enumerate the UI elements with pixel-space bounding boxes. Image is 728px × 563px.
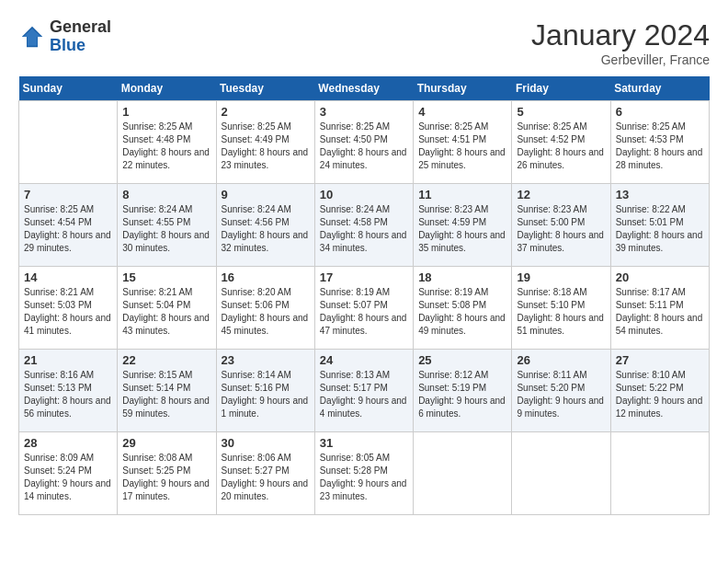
day-info: Sunrise: 8:25 AMSunset: 4:51 PMDaylight:… bbox=[418, 121, 506, 172]
day-info: Sunrise: 8:25 AMSunset: 4:52 PMDaylight:… bbox=[517, 121, 605, 172]
day-info: Sunrise: 8:24 AMSunset: 4:58 PMDaylight:… bbox=[320, 203, 408, 255]
day-number: 11 bbox=[418, 188, 506, 201]
calendar-cell: 11Sunrise: 8:23 AMSunset: 4:59 PMDayligh… bbox=[414, 184, 512, 267]
day-number: 22 bbox=[122, 353, 210, 367]
calendar-cell: 12Sunrise: 8:23 AMSunset: 5:00 PMDayligh… bbox=[512, 184, 610, 267]
page-header: General Blue January 2024 Gerbeviller, F… bbox=[18, 18, 710, 67]
weekday-header-row: SundayMondayTuesdayWednesdayThursdayFrid… bbox=[19, 76, 710, 101]
calendar-cell: 1Sunrise: 8:25 AMSunset: 4:48 PMDaylight… bbox=[118, 101, 216, 184]
calendar-cell: 4Sunrise: 8:25 AMSunset: 4:51 PMDaylight… bbox=[414, 101, 512, 184]
day-info: Sunrise: 8:24 AMSunset: 4:55 PMDaylight:… bbox=[122, 203, 210, 255]
day-info: Sunrise: 8:12 AMSunset: 5:19 PMDaylight:… bbox=[418, 369, 506, 420]
calendar-cell: 21Sunrise: 8:16 AMSunset: 5:13 PMDayligh… bbox=[19, 350, 118, 432]
day-number: 23 bbox=[222, 353, 310, 367]
day-info: Sunrise: 8:19 AMSunset: 5:07 PMDaylight:… bbox=[320, 286, 408, 338]
day-number: 8 bbox=[122, 188, 210, 201]
weekday-header-wednesday: Wednesday bbox=[314, 76, 413, 101]
calendar-week-2: 7Sunrise: 8:25 AMSunset: 4:54 PMDaylight… bbox=[19, 184, 710, 267]
calendar-week-5: 28Sunrise: 8:09 AMSunset: 5:24 PMDayligh… bbox=[19, 432, 710, 515]
logo-blue-text: Blue bbox=[50, 36, 85, 54]
day-number: 17 bbox=[320, 270, 408, 284]
day-number: 6 bbox=[616, 105, 704, 119]
calendar-week-4: 21Sunrise: 8:16 AMSunset: 5:13 PMDayligh… bbox=[19, 350, 710, 432]
day-number: 4 bbox=[418, 105, 506, 119]
day-info: Sunrise: 8:25 AMSunset: 4:49 PMDaylight:… bbox=[222, 121, 310, 172]
day-info: Sunrise: 8:21 AMSunset: 5:03 PMDaylight:… bbox=[24, 286, 112, 338]
logo-general-text: General bbox=[50, 17, 111, 36]
title-block: January 2024 Gerbeviller, France bbox=[531, 18, 710, 67]
calendar-cell: 29Sunrise: 8:08 AMSunset: 5:25 PMDayligh… bbox=[118, 432, 216, 515]
weekday-header-saturday: Saturday bbox=[610, 76, 709, 101]
day-number: 12 bbox=[517, 188, 605, 201]
calendar-cell: 28Sunrise: 8:09 AMSunset: 5:24 PMDayligh… bbox=[19, 432, 118, 515]
calendar-cell: 2Sunrise: 8:25 AMSunset: 4:49 PMDaylight… bbox=[216, 101, 314, 184]
day-info: Sunrise: 8:25 AMSunset: 4:54 PMDaylight:… bbox=[24, 203, 112, 255]
day-info: Sunrise: 8:24 AMSunset: 4:56 PMDaylight:… bbox=[222, 203, 310, 255]
day-info: Sunrise: 8:17 AMSunset: 5:11 PMDaylight:… bbox=[616, 286, 704, 338]
calendar-cell: 8Sunrise: 8:24 AMSunset: 4:55 PMDaylight… bbox=[118, 184, 216, 267]
calendar-cell: 7Sunrise: 8:25 AMSunset: 4:54 PMDaylight… bbox=[19, 184, 118, 267]
day-number: 29 bbox=[122, 436, 210, 450]
day-number: 15 bbox=[122, 270, 210, 284]
day-info: Sunrise: 8:09 AMSunset: 5:24 PMDaylight:… bbox=[24, 452, 112, 503]
calendar-week-1: 1Sunrise: 8:25 AMSunset: 4:48 PMDaylight… bbox=[19, 101, 710, 184]
day-info: Sunrise: 8:25 AMSunset: 4:50 PMDaylight:… bbox=[320, 121, 408, 172]
day-info: Sunrise: 8:16 AMSunset: 5:13 PMDaylight:… bbox=[24, 369, 112, 420]
day-info: Sunrise: 8:05 AMSunset: 5:28 PMDaylight:… bbox=[320, 452, 408, 503]
calendar-cell: 5Sunrise: 8:25 AMSunset: 4:52 PMDaylight… bbox=[512, 101, 610, 184]
day-info: Sunrise: 8:11 AMSunset: 5:20 PMDaylight:… bbox=[517, 369, 605, 420]
calendar-cell: 15Sunrise: 8:21 AMSunset: 5:04 PMDayligh… bbox=[118, 267, 216, 350]
location-subtitle: Gerbeviller, France bbox=[531, 52, 710, 67]
calendar-cell: 20Sunrise: 8:17 AMSunset: 5:11 PMDayligh… bbox=[610, 267, 709, 350]
day-number: 5 bbox=[517, 105, 605, 119]
calendar-cell: 31Sunrise: 8:05 AMSunset: 5:28 PMDayligh… bbox=[314, 432, 413, 515]
calendar-cell: 6Sunrise: 8:25 AMSunset: 4:53 PMDaylight… bbox=[610, 101, 709, 184]
day-info: Sunrise: 8:14 AMSunset: 5:16 PMDaylight:… bbox=[222, 369, 310, 420]
calendar-cell: 27Sunrise: 8:10 AMSunset: 5:22 PMDayligh… bbox=[610, 350, 709, 432]
calendar-cell: 14Sunrise: 8:21 AMSunset: 5:03 PMDayligh… bbox=[19, 267, 118, 350]
day-info: Sunrise: 8:23 AMSunset: 5:00 PMDaylight:… bbox=[517, 203, 605, 255]
day-number: 10 bbox=[320, 188, 408, 201]
day-number: 31 bbox=[320, 436, 408, 450]
logo: General Blue bbox=[18, 18, 111, 55]
calendar-cell: 30Sunrise: 8:06 AMSunset: 5:27 PMDayligh… bbox=[216, 432, 314, 515]
day-info: Sunrise: 8:06 AMSunset: 5:27 PMDaylight:… bbox=[222, 452, 310, 503]
day-number: 25 bbox=[418, 353, 506, 367]
calendar-cell: 19Sunrise: 8:18 AMSunset: 5:10 PMDayligh… bbox=[512, 267, 610, 350]
day-info: Sunrise: 8:18 AMSunset: 5:10 PMDaylight:… bbox=[517, 286, 605, 338]
calendar-cell: 23Sunrise: 8:14 AMSunset: 5:16 PMDayligh… bbox=[216, 350, 314, 432]
day-number: 28 bbox=[24, 436, 112, 450]
day-number: 19 bbox=[517, 270, 605, 284]
calendar-cell: 3Sunrise: 8:25 AMSunset: 4:50 PMDaylight… bbox=[314, 101, 413, 184]
day-info: Sunrise: 8:19 AMSunset: 5:08 PMDaylight:… bbox=[418, 286, 506, 338]
calendar-cell: 18Sunrise: 8:19 AMSunset: 5:08 PMDayligh… bbox=[414, 267, 512, 350]
calendar-cell: 13Sunrise: 8:22 AMSunset: 5:01 PMDayligh… bbox=[610, 184, 709, 267]
day-info: Sunrise: 8:08 AMSunset: 5:25 PMDaylight:… bbox=[122, 452, 210, 503]
calendar-cell: 9Sunrise: 8:24 AMSunset: 4:56 PMDaylight… bbox=[216, 184, 314, 267]
calendar-cell: 25Sunrise: 8:12 AMSunset: 5:19 PMDayligh… bbox=[414, 350, 512, 432]
day-number: 26 bbox=[517, 353, 605, 367]
day-info: Sunrise: 8:25 AMSunset: 4:48 PMDaylight:… bbox=[122, 121, 210, 172]
calendar-cell: 17Sunrise: 8:19 AMSunset: 5:07 PMDayligh… bbox=[314, 267, 413, 350]
day-number: 3 bbox=[320, 105, 408, 119]
calendar-week-3: 14Sunrise: 8:21 AMSunset: 5:03 PMDayligh… bbox=[19, 267, 710, 350]
weekday-header-thursday: Thursday bbox=[414, 76, 512, 101]
month-year-title: January 2024 bbox=[531, 18, 710, 52]
weekday-header-tuesday: Tuesday bbox=[216, 76, 314, 101]
day-number: 9 bbox=[222, 188, 310, 201]
day-number: 7 bbox=[24, 188, 112, 201]
calendar-cell: 10Sunrise: 8:24 AMSunset: 4:58 PMDayligh… bbox=[314, 184, 413, 267]
calendar-cell bbox=[19, 101, 118, 184]
calendar-cell bbox=[512, 432, 610, 515]
calendar-cell: 22Sunrise: 8:15 AMSunset: 5:14 PMDayligh… bbox=[118, 350, 216, 432]
logo-text: General Blue bbox=[50, 18, 111, 55]
day-info: Sunrise: 8:23 AMSunset: 4:59 PMDaylight:… bbox=[418, 203, 506, 255]
day-info: Sunrise: 8:22 AMSunset: 5:01 PMDaylight:… bbox=[616, 203, 704, 255]
day-number: 18 bbox=[418, 270, 506, 284]
day-number: 21 bbox=[24, 353, 112, 367]
day-info: Sunrise: 8:13 AMSunset: 5:17 PMDaylight:… bbox=[320, 369, 408, 420]
day-number: 2 bbox=[222, 105, 310, 119]
calendar-table: SundayMondayTuesdayWednesdayThursdayFrid… bbox=[18, 76, 710, 515]
weekday-header-friday: Friday bbox=[512, 76, 610, 101]
calendar-cell: 26Sunrise: 8:11 AMSunset: 5:20 PMDayligh… bbox=[512, 350, 610, 432]
